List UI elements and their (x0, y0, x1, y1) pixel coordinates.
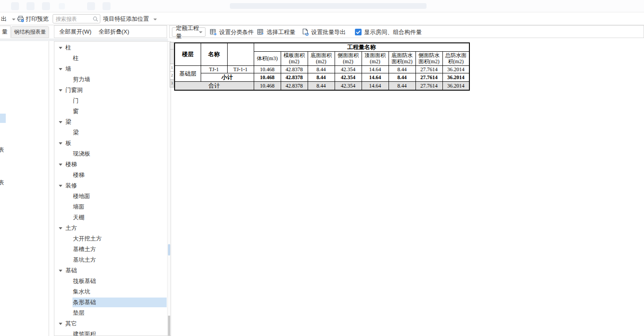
table-cell-floor: 基础层 (175, 66, 201, 82)
show-room-checkbox-label[interactable]: 显示房间、组合构件量 (364, 29, 422, 36)
col-header: 总防水面积(m2) (442, 52, 469, 66)
tree-item-label: 条形基础 (73, 299, 96, 305)
chevron-down-icon (59, 270, 62, 272)
grid-cursor-icon (257, 28, 264, 36)
chevron-down-icon (59, 142, 62, 145)
quota-quantity-label: 定额工程量 (176, 24, 199, 40)
quantity-report-table: 楼层 名称 工程量名称 体积(m3) 模板面积(m2) 底面面积(m2) 侧面面… (174, 42, 470, 91)
table-cell-spec: TJ-1-1 (227, 66, 254, 73)
table-cell: 8.44 (308, 82, 335, 91)
table-cell: 36.2014 (442, 82, 469, 91)
tree-item-墙-group[interactable]: 墙 (54, 64, 168, 74)
tree-item[interactable]: 天棚 (54, 212, 168, 223)
tab-report-partial[interactable]: 量 (0, 26, 11, 38)
table-cell: 14.64 (362, 73, 389, 82)
tree-item[interactable]: 窗 (54, 106, 168, 117)
tree-item[interactable]: 柱 (54, 53, 168, 64)
tree-item-label: 楼梯 (65, 161, 77, 168)
tree-item-梁-group[interactable]: 梁 (54, 117, 168, 127)
gutter-header-cell (170, 49, 174, 64)
tree-item-label: 墙面 (73, 203, 84, 210)
table-cell: 42.354 (335, 66, 362, 73)
tree-item[interactable]: 基槽土方 (54, 244, 168, 255)
tree-item-label: 土方 (65, 225, 77, 231)
print-preview-button[interactable]: 打印预览 (26, 15, 49, 23)
col-header-name: 名称 (201, 43, 227, 66)
tree-item-label: 梁 (73, 129, 79, 136)
quota-quantity-dropdown[interactable]: 定额工程量 (172, 27, 206, 37)
tree-item-门窗洞-group[interactable]: 门窗洞 (54, 85, 168, 95)
ghost-icon (59, 3, 65, 9)
report-toolbar-bar: 定额工程量 设置分类条件 选择工程量 (169, 25, 644, 38)
show-room-checkbox[interactable] (355, 29, 362, 35)
select-quantity-button[interactable]: 选择工程量 (267, 29, 295, 36)
col-header-blank (227, 43, 254, 66)
ghost-icon (27, 2, 34, 10)
tree-item-楼梯-group[interactable]: 楼梯 (54, 159, 168, 170)
tree-item[interactable]: 墙面 (54, 202, 168, 212)
tree-item-柱-group[interactable]: 柱 (54, 42, 168, 53)
tree-item-其它-group[interactable]: 其它 (54, 318, 168, 329)
search-icon (92, 16, 99, 22)
expand-all-button[interactable]: 全部展开(W) (59, 28, 91, 35)
tree-item-label: 天棚 (73, 214, 84, 221)
tree-item-板-group[interactable]: 板 (54, 138, 168, 149)
tree-item-selected[interactable]: 条形基础 (54, 297, 168, 308)
chevron-down-icon (59, 227, 62, 229)
gutter-header-cell (170, 42, 174, 50)
chevron-down-icon (59, 121, 62, 123)
col-header: 体积(m3) (254, 52, 281, 66)
tree-item-label: 梁 (65, 118, 71, 125)
col-header-group: 工程量名称 (254, 43, 469, 52)
tree-item-label: 其它 (65, 320, 77, 327)
chevron-down-icon (59, 68, 62, 70)
tree-item-label: 窗 (73, 108, 79, 115)
table-cell: 8.44 (389, 82, 415, 91)
scrollbar-thumb[interactable] (168, 316, 170, 336)
set-category-button[interactable]: 设置分类条件 (219, 29, 254, 36)
tree-item[interactable]: 筏板基础 (54, 276, 168, 286)
tree-item-基础-group[interactable]: 基础 (54, 265, 168, 276)
table-cell: 14.64 (362, 66, 389, 73)
table-cell: 42.354 (335, 73, 362, 82)
tree-item[interactable]: 集水坑 (54, 286, 168, 297)
tree-item-label: 楼梯 (73, 172, 84, 178)
ghost-icon (103, 2, 111, 10)
tree-item-label: 建筑面积 (73, 331, 96, 336)
table-cell-total-label: 合计 (175, 82, 254, 91)
col-header: 顶面面积(m2) (362, 52, 389, 66)
tree-item[interactable]: 门 (54, 95, 168, 106)
tree-item-label: 筏板基础 (73, 278, 96, 284)
table-cell: 10.468 (254, 82, 281, 91)
check-icon (355, 29, 362, 35)
tab-steel-report[interactable]: 钢结构报表量 (11, 26, 49, 38)
report-list-item[interactable]: 表 (0, 146, 4, 154)
tree-item[interactable]: 基坑土方 (54, 255, 168, 265)
search-input[interactable] (56, 16, 92, 22)
tree-item-label: 墙 (65, 65, 71, 72)
tree-item-装修-group[interactable]: 装修 (54, 180, 168, 191)
export-button[interactable]: 出 (1, 15, 15, 23)
tree-item[interactable]: 楼地面 (54, 191, 168, 202)
tree-item[interactable]: 楼梯 (54, 170, 168, 180)
feature-position-dropdown[interactable]: 项目特征添加位置 (103, 15, 157, 23)
ghost-icon (42, 2, 50, 10)
search-box[interactable] (53, 14, 100, 23)
row-number: 2 (170, 71, 174, 80)
collapse-all-button[interactable]: 全部折叠(X) (99, 28, 129, 35)
scrollbar-thumb[interactable] (168, 244, 170, 256)
selected-report-highlight[interactable] (0, 114, 6, 123)
tree-item[interactable]: 建筑面积 (54, 329, 168, 336)
tree-item[interactable]: 垫层 (54, 308, 168, 318)
tree-item[interactable]: 剪力墙 (54, 74, 168, 85)
tree-item[interactable]: 大开挖土方 (54, 233, 168, 244)
report-list-item[interactable]: 表 (0, 179, 4, 187)
tree-item[interactable]: 现浇板 (54, 149, 168, 159)
col-header-floor: 楼层 (175, 43, 201, 66)
batch-export-button[interactable]: 设置批量导出 (311, 29, 346, 36)
tree-item[interactable]: 梁 (54, 127, 168, 138)
tree-item-label: 基础 (65, 267, 77, 274)
table-cell: 8.44 (389, 66, 415, 73)
title-bar (0, 0, 644, 12)
tree-item-土方-group[interactable]: 土方 (54, 223, 168, 233)
